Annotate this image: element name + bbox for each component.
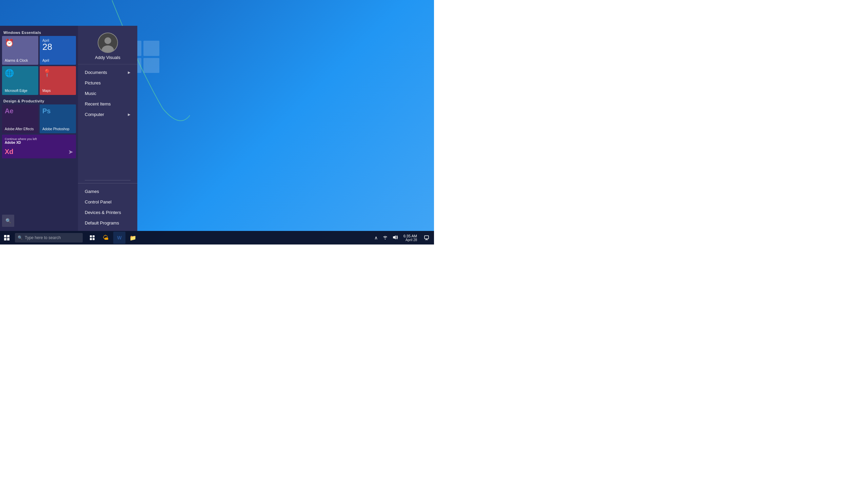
svg-point-1 bbox=[104, 37, 111, 44]
clock-time: 6:35 AM bbox=[403, 234, 417, 238]
start-button[interactable] bbox=[0, 231, 14, 244]
computer-label: Computer bbox=[85, 112, 104, 117]
taskbar: 🔍 Type here to search 🌤 W 📁 ∧ bbox=[0, 231, 434, 244]
default-programs-label: Default Programs bbox=[85, 220, 119, 226]
calendar-month: April bbox=[42, 39, 73, 42]
clock-date: April 28 bbox=[403, 238, 417, 242]
menu-item-games[interactable]: Games bbox=[78, 186, 137, 197]
recent-items-label: Recent Items bbox=[85, 101, 111, 106]
tiles-panel: Windows Essentials ⏰ Alarms & Clock Apri… bbox=[0, 26, 78, 231]
task-view-button[interactable] bbox=[86, 232, 98, 244]
section-label-essentials: Windows Essentials bbox=[2, 28, 76, 36]
user-section: Addy Visuals bbox=[78, 26, 137, 64]
menu-item-music[interactable]: Music bbox=[78, 88, 137, 99]
menu-item-pictures[interactable]: Pictures bbox=[78, 78, 137, 88]
xd-tile-inner: Continue where you left Adobe XD Xd ➤ bbox=[5, 137, 73, 156]
maps-icon: 📍 bbox=[42, 69, 73, 78]
alarms-label: Alarms & Clock bbox=[5, 59, 36, 63]
svg-marker-7 bbox=[393, 235, 396, 239]
svg-rect-6 bbox=[93, 238, 95, 240]
computer-arrow: ▶ bbox=[128, 113, 131, 116]
xd-arrow-icon: ➤ bbox=[68, 148, 73, 156]
calendar-content: April 28 bbox=[42, 39, 73, 51]
user-avatar[interactable] bbox=[98, 33, 118, 53]
essentials-tiles-grid: ⏰ Alarms & Clock April 28 April 🌐 Micros… bbox=[2, 36, 76, 95]
menu-items-bottom: Games Control Panel Devices & Printers D… bbox=[78, 183, 137, 231]
xd-icon: Xd bbox=[5, 148, 14, 156]
maps-label: Maps bbox=[42, 89, 73, 93]
tile-edge[interactable]: 🌐 Microsoft Edge bbox=[2, 66, 38, 95]
menu-item-devices-printers[interactable]: Devices & Printers bbox=[78, 207, 137, 218]
windows-start-icon bbox=[4, 235, 9, 240]
menu-item-recent-items[interactable]: Recent Items bbox=[78, 99, 137, 109]
tile-photoshop[interactable]: Ps Adobe Photoshop bbox=[40, 104, 76, 133]
start-menu: Windows Essentials ⏰ Alarms & Clock Apri… bbox=[0, 26, 137, 231]
edge-icon: 🌐 bbox=[5, 69, 36, 78]
section-label-design: Design & Productivity bbox=[2, 97, 76, 104]
tile-calendar[interactable]: April 28 April bbox=[40, 36, 76, 65]
taskbar-search-text: Type here to search bbox=[25, 235, 61, 240]
tile-after-effects[interactable]: Ae Adobe After Effects bbox=[2, 104, 38, 133]
calendar-day: 28 bbox=[42, 42, 73, 51]
tiles-search-icon[interactable]: 🔍 bbox=[2, 215, 14, 227]
ps-label: Adobe Photoshop bbox=[42, 127, 73, 131]
right-menu-panel: Addy Visuals Documents ▶ Pictures Music … bbox=[78, 26, 137, 231]
music-label: Music bbox=[85, 91, 96, 96]
system-clock[interactable]: 6:35 AM April 28 bbox=[401, 234, 420, 242]
notification-center-icon[interactable] bbox=[420, 232, 433, 244]
pictures-label: Pictures bbox=[85, 80, 101, 85]
tile-xd[interactable]: Continue where you left Adobe XD Xd ➤ bbox=[2, 135, 76, 158]
documents-arrow: ▶ bbox=[128, 71, 131, 74]
menu-item-control-panel[interactable]: Control Panel bbox=[78, 197, 137, 207]
alarms-icon: ⏰ bbox=[5, 39, 36, 47]
word-icon[interactable]: W bbox=[113, 232, 125, 244]
calendar-label: April bbox=[42, 59, 73, 63]
edge-label: Microsoft Edge bbox=[5, 89, 36, 93]
ae-icon: Ae bbox=[5, 107, 36, 115]
xd-app-name: Adobe XD bbox=[5, 141, 73, 144]
volume-icon[interactable] bbox=[391, 234, 400, 242]
taskbar-apps: 🌤 W 📁 bbox=[85, 232, 140, 244]
games-label: Games bbox=[85, 189, 99, 194]
xd-tile-text: Continue where you left Adobe XD bbox=[5, 137, 73, 144]
tile-maps[interactable]: 📍 Maps bbox=[40, 66, 76, 95]
user-name: Addy Visuals bbox=[95, 55, 120, 60]
file-explorer-icon[interactable]: 📁 bbox=[127, 232, 139, 244]
menu-items-top: Documents ▶ Pictures Music Recent Items … bbox=[78, 64, 137, 177]
tile-alarms-clock[interactable]: ⏰ Alarms & Clock bbox=[2, 36, 38, 65]
wifi-icon[interactable] bbox=[380, 234, 390, 242]
design-tiles-grid: Ae Adobe After Effects Ps Adobe Photosho… bbox=[2, 104, 76, 158]
ae-label: Adobe After Effects bbox=[5, 127, 36, 131]
ps-icon: Ps bbox=[42, 107, 73, 115]
menu-divider bbox=[85, 180, 131, 180]
menu-item-computer[interactable]: Computer ▶ bbox=[78, 109, 137, 120]
taskbar-system-tray: ∧ 6:35 AM April 28 bbox=[372, 232, 434, 244]
svg-rect-3 bbox=[90, 235, 92, 237]
chevron-up-icon[interactable]: ∧ bbox=[372, 234, 380, 242]
control-panel-label: Control Panel bbox=[85, 199, 112, 204]
svg-rect-8 bbox=[425, 236, 429, 239]
menu-item-documents[interactable]: Documents ▶ bbox=[78, 67, 137, 78]
weather-icon[interactable]: 🌤 bbox=[100, 232, 112, 244]
taskbar-search-bar[interactable]: 🔍 Type here to search bbox=[15, 233, 83, 242]
svg-rect-5 bbox=[90, 238, 92, 240]
svg-rect-4 bbox=[93, 235, 95, 237]
documents-label: Documents bbox=[85, 70, 107, 75]
menu-item-default-programs[interactable]: Default Programs bbox=[78, 218, 137, 228]
taskbar-search-icon: 🔍 bbox=[18, 235, 23, 240]
xd-continue-text: Continue where you left bbox=[5, 137, 73, 141]
devices-printers-label: Devices & Printers bbox=[85, 210, 121, 215]
